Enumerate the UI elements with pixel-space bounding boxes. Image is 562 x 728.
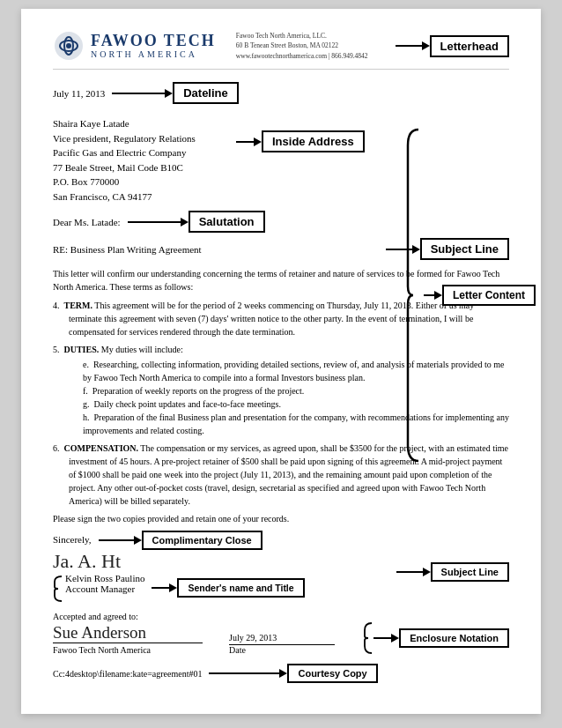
logo-block: FAWOO TECH NORTH AMERICA	[53, 30, 216, 62]
lc-arrow-head	[434, 291, 442, 300]
sender-arrow-line	[152, 587, 169, 589]
ia-line-3: Pacific Gas and Electric Company	[53, 147, 187, 158]
enclosure-label: Enclosure Notation	[399, 628, 509, 648]
sender-title-text: Account Manager	[65, 583, 144, 594]
salutation-arrow-line	[128, 221, 181, 223]
sender-name-text: Kelvin Ross Paulino	[65, 573, 144, 583]
ia-line-6: San Francisco, CA 94177	[53, 191, 152, 202]
letter-page: FAWOO TECH NORTH AMERICA Fawoo Tech Nort…	[21, 9, 541, 714]
salutation-arrow-head	[181, 218, 189, 227]
ia-arrow-head	[254, 137, 262, 146]
ia-arrow-line	[236, 141, 254, 143]
courtesy-copy-row: Cc:4desktop\filename:kate=agreement#01 C…	[53, 664, 509, 683]
sender-label-group: Sender's name and Title	[152, 578, 304, 598]
salutation-label: Salutation	[189, 211, 265, 233]
ia-line-4: 77 Beale Street, Mail Code B10C	[53, 162, 183, 173]
sl2-arrow-line	[396, 571, 423, 573]
subject-line-2-group: Subject Line	[396, 562, 509, 582]
cc-arrow-head	[134, 536, 142, 545]
close-sender-row: Sincerely, Complimentary Close Ja. A. Ht…	[53, 531, 509, 603]
inside-address-label-group: Inside Address	[236, 130, 365, 152]
sender-label: Sender's name and Title	[177, 578, 304, 598]
accepted-right: July 29, 2013 Date	[229, 633, 335, 655]
letterhead-arrow-head	[422, 41, 430, 50]
accepted-text: Accepted and agreed to:	[53, 612, 203, 621]
sender-arrow-head	[169, 583, 177, 592]
enclosure-label-group: Enclosure Notation	[363, 621, 509, 655]
letterhead-label-group: Letterhead	[396, 35, 509, 57]
enc-arrow-head	[391, 634, 399, 643]
accepted-left: Accepted and agreed to: Sue Anderson Faw…	[53, 612, 203, 655]
salutation-text: Dear Ms. Latade:	[53, 217, 121, 227]
accepted-company: Fawoo Tech North America	[53, 645, 203, 655]
accepted-signature: Sue Anderson	[53, 623, 203, 643]
comp-close-label: Complimentary Close	[142, 531, 263, 550]
enc-arrow-line	[373, 637, 391, 639]
letter-content-brace-icon	[406, 128, 420, 463]
courtesy-copy-text: Cc:4desktop\filename:kate=agreement#01	[53, 669, 202, 679]
closing-text: Please sign the two copies provided and …	[53, 512, 509, 525]
logo-text: FAWOO TECH NORTH AMERICA	[91, 33, 216, 60]
inside-address-label: Inside Address	[262, 130, 365, 152]
sender-name-title: Kelvin Ross Paulino Account Manager	[65, 573, 144, 594]
accepted-date-label: Date	[229, 645, 335, 655]
dateline-arrow-head	[165, 89, 173, 98]
accepted-row: Accepted and agreed to: Sue Anderson Faw…	[53, 612, 509, 655]
dateline-arrow-line	[112, 93, 165, 94]
letterhead-section: FAWOO TECH NORTH AMERICA Fawoo Tech Nort…	[53, 30, 509, 70]
contact-block: Fawoo Tech North America, LLC. 60 B Tene…	[236, 31, 368, 61]
accepted-company-underline	[53, 643, 203, 643]
subject-line-2-label: Subject Line	[431, 562, 509, 582]
company-name-north: NORTH AMERICA	[91, 49, 216, 59]
company-name-fawoo: FAWOO TECH	[91, 32, 216, 49]
letter-content-label-group: Letter Content	[406, 128, 536, 463]
courtesy-arrow-line	[209, 672, 279, 674]
svg-point-3	[66, 43, 71, 48]
enclosure-brace-icon	[363, 621, 373, 655]
lc-arrow-line	[424, 294, 434, 296]
ia-line-5: P.O. Box 770000	[53, 176, 119, 187]
letter-content-arrow: Letter Content	[424, 285, 536, 306]
sender-brace-icon	[53, 575, 63, 603]
sender-name-row: Kelvin Ross Paulino Account Manager Send…	[53, 573, 305, 603]
close-sender-left: Sincerely, Complimentary Close Ja. A. Ht…	[53, 531, 305, 603]
courtesy-arrow-head	[279, 669, 287, 678]
ia-line-1: Shaira Kaye Latade	[53, 118, 129, 129]
courtesy-copy-label: Courtesy Copy	[287, 664, 377, 683]
dateline-text: July 11, 2013	[53, 88, 105, 99]
sender-signature: Ja. A. Ht	[53, 552, 305, 571]
comp-close-text: Sincerely,	[53, 534, 92, 545]
accepted-date-value: July 29, 2013	[229, 633, 335, 643]
ia-line-2: Vice president, Regulatory Relations	[53, 133, 196, 144]
sl2-arrow-head	[423, 568, 431, 576]
letter-content-label: Letter Content	[442, 285, 536, 306]
dateline-row: July 11, 2013 Dateline	[53, 82, 509, 104]
dateline-label: Dateline	[173, 82, 239, 104]
cc-arrow-line	[99, 539, 134, 541]
logo-icon	[53, 30, 85, 62]
comp-close-row: Sincerely, Complimentary Close	[53, 531, 305, 550]
letterhead-arrow-line	[396, 45, 422, 47]
letterhead-label: Letterhead	[430, 35, 509, 57]
inside-address-text: Shaira Kaye Latade Vice president, Regul…	[53, 116, 229, 204]
subject-line-text: RE: Business Plan Writing Agreement	[53, 244, 202, 255]
